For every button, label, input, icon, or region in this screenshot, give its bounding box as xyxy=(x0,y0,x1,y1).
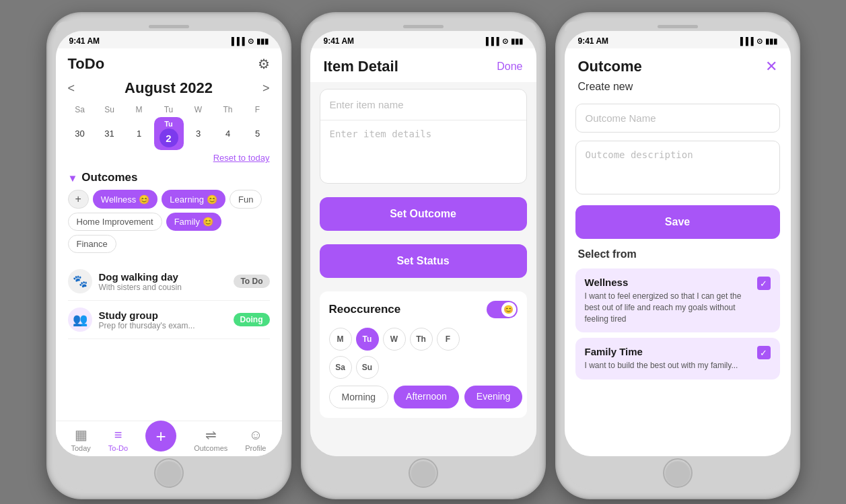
chip-wellness[interactable]: Wellness 😊 xyxy=(93,190,158,209)
item-detail-header: Item Detail Done xyxy=(310,48,536,82)
outcome-card-wellness[interactable]: Wellness I want to feel energized so tha… xyxy=(575,268,780,332)
create-new-label: Create new xyxy=(565,78,791,100)
todo-name-study: Study group xyxy=(99,310,227,321)
status-bar-1: 9:41 AM ▐▐▐ ⊙ ▮▮▮ xyxy=(56,31,282,48)
nav-profile[interactable]: ☺ Profile xyxy=(245,427,266,452)
outcomes-icon: ⇌ xyxy=(205,427,217,443)
chip-family[interactable]: Family 😊 xyxy=(166,213,221,231)
item-name-input[interactable] xyxy=(320,89,526,120)
item-detail-title: Item Detail xyxy=(324,58,398,75)
cal-date-4[interactable]: 4 xyxy=(213,117,243,150)
todo-name-dog: Dog walking day xyxy=(99,271,227,283)
todo-title: ToDo xyxy=(68,55,105,73)
chip-learning[interactable]: Learning 😊 xyxy=(162,190,225,209)
outcome-name-input[interactable] xyxy=(575,104,780,133)
outcome-header: Outcome ✕ xyxy=(565,48,791,78)
todo-sub-dog: With sisters and cousin xyxy=(99,283,227,292)
cal-date-5[interactable]: 5 xyxy=(243,117,273,150)
chip-fun[interactable]: Fun xyxy=(230,190,262,209)
phone-item-detail: 9:41 AM ▐▐▐ ⊙ ▮▮▮ Item Detail Done Set O… xyxy=(302,13,544,498)
calendar-grid: Sa Su M Tu W Th F 30 31 1 Tu 2 3 xyxy=(56,100,282,151)
item-details-input[interactable] xyxy=(320,120,526,180)
todo-icon-study: 👥 xyxy=(68,308,92,332)
bottom-nav: ▦ Today ≡ To-Do + ⇌ Outcomes ☺ Profile xyxy=(56,421,282,456)
home-button-2[interactable] xyxy=(409,458,438,488)
outcome-card-family-time[interactable]: Family Time I want to build the best out… xyxy=(575,338,780,380)
outcomes-label: ▼ Outcomes xyxy=(68,171,270,184)
cal-date-3[interactable]: 3 xyxy=(184,117,213,150)
phone-outcome: 9:41 AM ▐▐▐ ⊙ ▮▮▮ Outcome ✕ Create new S… xyxy=(557,13,799,498)
time-chip-evening[interactable]: Evening xyxy=(464,386,523,408)
day-chip-Sa[interactable]: Sa xyxy=(329,356,352,379)
nav-today[interactable]: ▦ Today xyxy=(71,427,90,452)
outcome-wellness-desc: I want to feel energized so that I can g… xyxy=(585,291,752,324)
time-chip-morning[interactable]: Morning xyxy=(329,386,389,408)
todo-badge-study: Doing xyxy=(234,313,270,326)
todo-list: 🐾 Dog walking day With sisters and cousi… xyxy=(56,257,282,421)
filter-icon: ▼ xyxy=(68,172,78,184)
home-button-1[interactable] xyxy=(154,458,184,488)
cal-date-30[interactable]: 30 xyxy=(65,117,95,150)
grid-icon: ▦ xyxy=(75,427,87,443)
nav-add-button[interactable]: + xyxy=(145,421,176,452)
profile-icon: ☺ xyxy=(249,427,262,443)
next-month-button[interactable]: > xyxy=(262,81,270,96)
day-chip-Su[interactable]: Su xyxy=(356,356,379,379)
close-button[interactable]: ✕ xyxy=(765,58,777,75)
select-from-label: Select from xyxy=(565,246,791,266)
chip-home-improvement[interactable]: Home Improvement xyxy=(68,213,162,231)
cal-date-2-today[interactable]: Tu 2 xyxy=(154,117,184,150)
item-form xyxy=(320,89,527,184)
cal-date-31[interactable]: 31 xyxy=(95,117,125,150)
status-bar-3: 9:41 AM ▐▐▐ ⊙ ▮▮▮ xyxy=(565,31,791,48)
gear-icon[interactable]: ⚙ xyxy=(258,56,270,72)
reoccurrence-toggle[interactable] xyxy=(487,301,518,318)
nav-todo[interactable]: ≡ To-Do xyxy=(108,427,128,452)
home-button-3[interactable] xyxy=(663,458,693,488)
set-outcome-button[interactable]: Set Outcome xyxy=(320,197,527,231)
status-bar-2: 9:41 AM ▐▐▐ ⊙ ▮▮▮ xyxy=(310,31,536,48)
set-status-button[interactable]: Set Status xyxy=(320,244,527,278)
reoc-title: Reoccurence xyxy=(329,303,401,316)
list-icon: ≡ xyxy=(114,427,122,443)
reoccurrence-section: Reoccurence M Tu W Th F Sa Su Morning Af… xyxy=(320,291,527,418)
outcome-wellness-name: Wellness xyxy=(585,277,752,288)
todo-item-study[interactable]: 👥 Study group Prep for thursday's exam..… xyxy=(68,301,270,339)
calendar-nav: < August 2022 > xyxy=(56,77,282,100)
phone-todo: 9:41 AM ▐▐▐ ⊙ ▮▮▮ ToDo ⚙ < August 2022 >… xyxy=(48,13,290,498)
outcome-title: Outcome xyxy=(578,58,642,75)
day-chips-row1: M Tu W Th F xyxy=(329,328,518,351)
day-chip-Th[interactable]: Th xyxy=(410,328,433,351)
time-chip-afternoon[interactable]: Afternoon xyxy=(394,386,459,408)
day-chips-row2: Sa Su xyxy=(329,356,518,379)
cal-date-1[interactable]: 1 xyxy=(125,117,154,150)
time-chips: Morning Afternoon Evening xyxy=(329,386,518,408)
outcome-family-name: Family Time xyxy=(585,346,752,357)
todo-sub-study: Prep for thursday's exam... xyxy=(99,321,227,330)
outcome-family-desc: I want to build the best out with my fam… xyxy=(585,360,752,371)
outcome-family-check[interactable]: ✓ xyxy=(757,346,771,359)
calendar-month: August 2022 xyxy=(125,79,213,97)
outcomes-section: ▼ Outcomes + Wellness 😊 Learning 😊 Fun H… xyxy=(56,167,282,257)
day-chip-W[interactable]: W xyxy=(383,328,406,351)
done-button[interactable]: Done xyxy=(497,61,522,73)
todo-item-dog[interactable]: 🐾 Dog walking day With sisters and cousi… xyxy=(68,262,270,301)
nav-outcomes[interactable]: ⇌ Outcomes xyxy=(194,427,227,452)
todo-icon-dog: 🐾 xyxy=(68,269,92,293)
outcomes-chips: + Wellness 😊 Learning 😊 Fun Home Improve… xyxy=(68,190,270,253)
todo-badge-dog: To Do xyxy=(234,275,269,288)
status-time-1: 9:41 AM xyxy=(69,36,100,46)
day-chip-M[interactable]: M xyxy=(329,328,352,351)
chip-finance[interactable]: Finance xyxy=(68,235,116,253)
save-outcome-button[interactable]: Save xyxy=(575,205,780,239)
status-time-3: 9:41 AM xyxy=(578,36,609,46)
outcome-description-input[interactable] xyxy=(575,141,780,194)
outcome-wellness-check[interactable]: ✓ xyxy=(757,277,771,290)
day-chip-Tu[interactable]: Tu xyxy=(356,328,379,351)
add-outcome-chip[interactable]: + xyxy=(68,190,89,209)
day-chip-F[interactable]: F xyxy=(437,328,460,351)
todo-header: ToDo ⚙ xyxy=(56,48,282,77)
reset-today-link[interactable]: Reset to today xyxy=(56,151,282,167)
prev-month-button[interactable]: < xyxy=(68,81,75,96)
status-time-2: 9:41 AM xyxy=(324,36,355,46)
